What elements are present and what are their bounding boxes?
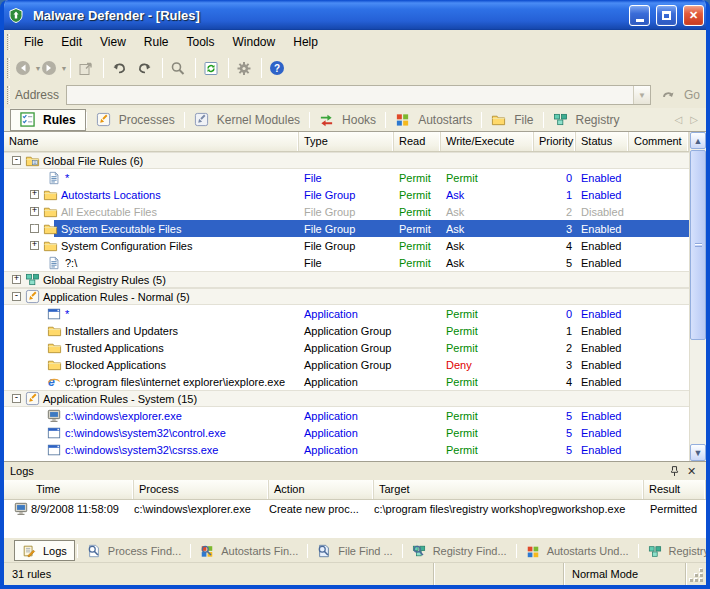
bottom-tab-autostarts-und-[interactable]: Autostarts Und...: [519, 541, 636, 561]
addressbar-grip[interactable]: [7, 86, 10, 104]
menu-item-rule[interactable]: Rule: [135, 32, 178, 52]
logs-column-header-result[interactable]: Result: [644, 480, 706, 499]
rule-row[interactable]: +System Configuration Files File Group P…: [4, 237, 689, 254]
column-header-comment[interactable]: Comment: [629, 132, 689, 151]
rule-row[interactable]: c:\windows\system32\csrss.exe Applicatio…: [4, 441, 689, 458]
menu-item-edit[interactable]: Edit: [52, 32, 91, 52]
rule-group-row[interactable]: - Global File Rules (6): [4, 152, 689, 169]
logs-column-header-action[interactable]: Action: [269, 480, 374, 499]
tab-scroll-right-icon[interactable]: ▷: [690, 114, 698, 125]
expander-plus-icon[interactable]: +: [30, 224, 39, 233]
column-header-write-execute[interactable]: Write/Execute: [441, 132, 534, 151]
rule-row[interactable]: +All Executable Files File Group Permit …: [4, 203, 689, 220]
minimize-button[interactable]: [629, 5, 650, 26]
expander-plus-icon[interactable]: +: [12, 275, 21, 284]
rule-row[interactable]: Trusted Applications Application Group P…: [4, 339, 689, 356]
bottom-tab-logs[interactable]: Logs: [14, 540, 75, 561]
jump-button[interactable]: [74, 56, 100, 80]
expander-minus-icon[interactable]: -: [12, 394, 21, 403]
column-header-read[interactable]: Read: [394, 132, 441, 151]
column-header-name[interactable]: Name: [4, 132, 299, 151]
logs-column-header-time[interactable]: Time: [4, 480, 134, 499]
rule-name: Trusted Applications: [65, 342, 164, 354]
rule-type: Application: [299, 427, 394, 439]
column-header-status[interactable]: Status: [576, 132, 629, 151]
log-row[interactable]: 8/9/2008 11:58:09 c:\windows\explorer.ex…: [4, 500, 706, 518]
rule-group-row[interactable]: - Application Rules - Normal (5): [4, 288, 689, 305]
rule-row[interactable]: c:\windows\system32\control.exe Applicat…: [4, 424, 689, 441]
rule-group-row[interactable]: + Global Registry Rules (5): [4, 271, 689, 288]
back-button[interactable]: ▼: [15, 56, 41, 80]
view-tab-rules[interactable]: Rules: [10, 109, 86, 131]
rule-name: System Configuration Files: [61, 240, 192, 252]
view-tab-hooks[interactable]: Hooks: [310, 109, 385, 130]
view-tab-processes[interactable]: Processes: [87, 109, 184, 130]
scroll-up-icon[interactable]: ▲: [690, 132, 706, 149]
rule-priority: 4: [534, 376, 576, 388]
tab-scroll-left-icon[interactable]: ◁: [675, 114, 683, 125]
expander-minus-icon[interactable]: -: [12, 156, 21, 165]
rule-row[interactable]: +System Executable Files File Group Perm…: [4, 220, 689, 237]
rule-row[interactable]: ?:\ File Permit Ask 5 Enabled: [4, 254, 689, 271]
rule-row[interactable]: ec:\program files\internet explorer\iexp…: [4, 373, 689, 390]
view-tab-registry[interactable]: Registry: [544, 109, 629, 130]
vertical-scrollbar[interactable]: ▲ ▼: [689, 132, 706, 461]
bottom-tab-process-find-[interactable]: Process Find...: [80, 541, 188, 561]
title-bar[interactable]: Malware Defender - [Rules] ✕: [0, 0, 710, 30]
pin-icon[interactable]: [666, 464, 683, 479]
expander-plus-icon[interactable]: +: [30, 207, 39, 216]
toolbar-grip[interactable]: [7, 58, 10, 78]
rule-row[interactable]: c:\windows\explorer.exe Application Perm…: [4, 407, 689, 424]
app-shield-icon: [8, 7, 24, 23]
forward-button[interactable]: ▼: [41, 56, 67, 80]
logs-close-icon[interactable]: ✕: [683, 464, 700, 479]
rule-priority: 5: [534, 410, 576, 422]
rule-group-row[interactable]: - Application Rules - System (15): [4, 390, 689, 407]
logs-column-header-process[interactable]: Process: [134, 480, 269, 499]
go-button[interactable]: Go: [661, 87, 700, 103]
resize-grip[interactable]: [686, 563, 706, 585]
view-tab-file[interactable]: File: [482, 109, 542, 130]
redo-button[interactable]: [133, 56, 159, 80]
scrollbar-thumb[interactable]: [690, 150, 706, 340]
address-input[interactable]: ▼: [66, 85, 651, 105]
rule-name: System Executable Files: [61, 223, 181, 235]
expander-plus-icon[interactable]: +: [30, 190, 39, 199]
rule-row[interactable]: Blocked Applications Application Group D…: [4, 356, 689, 373]
bottom-tab-registry-undo-[interactable]: Registry Undo...: [641, 541, 710, 561]
search-button[interactable]: [166, 56, 192, 80]
process-box-icon: [96, 112, 111, 127]
log-target: c:\program files\registry workshop\regwo…: [374, 503, 644, 515]
rule-name: *: [65, 308, 69, 320]
bottom-tab-registry-find-[interactable]: Registry Find...: [405, 541, 514, 561]
view-tab-kernel-modules[interactable]: Kernel Modules: [185, 109, 309, 130]
undo-button[interactable]: [107, 56, 133, 80]
scroll-down-icon[interactable]: ▼: [690, 444, 706, 461]
close-button[interactable]: ✕: [683, 5, 704, 26]
menubar-grip[interactable]: [7, 34, 10, 51]
rule-row[interactable]: Installers and Updaters Application Grou…: [4, 322, 689, 339]
menu-item-tools[interactable]: Tools: [178, 32, 224, 52]
logs-column-header-target[interactable]: Target: [374, 480, 644, 499]
bottom-tab-file-find-[interactable]: File Find ...: [310, 541, 399, 561]
menu-item-help[interactable]: Help: [284, 32, 327, 52]
rule-row[interactable]: * Application Permit 0 Enabled: [4, 305, 689, 322]
expander-minus-icon[interactable]: -: [12, 292, 21, 301]
menu-item-view[interactable]: View: [91, 32, 135, 52]
column-header-priority[interactable]: Priority: [534, 132, 576, 151]
bottom-tab-autostarts-fin-[interactable]: Autostarts Fin...: [193, 541, 305, 561]
refresh-button[interactable]: [199, 56, 225, 80]
view-tab-autostarts[interactable]: Autostarts: [386, 109, 481, 130]
menu-item-window[interactable]: Window: [224, 32, 285, 52]
options-gear-button[interactable]: [232, 56, 258, 80]
rule-name: Blocked Applications: [65, 359, 166, 371]
menu-item-file[interactable]: File: [15, 32, 52, 52]
address-dropdown-icon[interactable]: ▼: [633, 86, 650, 104]
maximize-button[interactable]: [656, 5, 677, 26]
column-header-type[interactable]: Type: [299, 132, 394, 151]
scrollbar-track[interactable]: [690, 341, 706, 444]
help-button[interactable]: ?: [265, 56, 291, 80]
expander-plus-icon[interactable]: +: [30, 241, 39, 250]
rule-row[interactable]: +Autostarts Locations File Group Permit …: [4, 186, 689, 203]
rule-row[interactable]: * File Permit Permit 0 Enabled: [4, 169, 689, 186]
